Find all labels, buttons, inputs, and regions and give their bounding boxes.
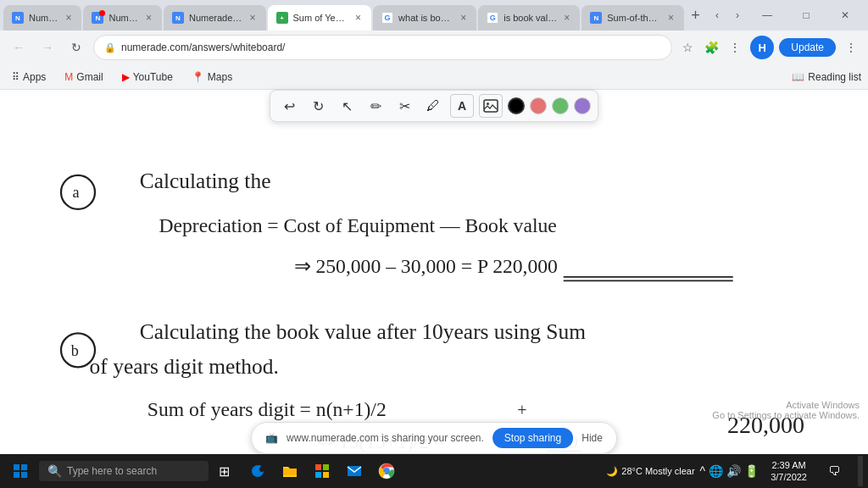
tab-label-5: what is book val... [398, 13, 453, 23]
extension-icon[interactable]: 🧩 [701, 37, 721, 58]
more-menu-icon[interactable]: ⋮ [841, 37, 861, 58]
tab-sum-years[interactable]: + Sum of Years Di... × [268, 5, 372, 30]
tab-control-back[interactable]: ‹ [707, 5, 727, 25]
bookmark-maps[interactable]: 📍 Maps [186, 69, 237, 85]
activate-windows: Activate Windows Go to Settings to activ… [712, 400, 860, 420]
tab-close-4[interactable]: × [353, 10, 363, 25]
undo-button[interactable]: ↩ [277, 94, 301, 118]
weather: 🌙 28°C Mostly clear [606, 466, 694, 477]
tools-button[interactable]: ✂ [392, 94, 416, 118]
tab-close-1[interactable]: × [64, 10, 73, 25]
tray-speaker-icon[interactable]: 🔊 [726, 464, 741, 478]
tab-numerade-white[interactable]: N Numerade Whit... × [164, 5, 266, 30]
show-desktop-button[interactable] [858, 456, 863, 486]
gmail-icon: M [64, 71, 73, 83]
tab-control-forward[interactable]: › [727, 5, 748, 25]
svg-rect-21 [14, 472, 19, 478]
tab-favicon-1: N [12, 12, 24, 24]
tab-label-6: is book value al... [504, 13, 557, 23]
back-button[interactable]: ← [7, 36, 31, 59]
marker-tool-button[interactable]: 🖊 [421, 94, 445, 118]
tab-favicon-3: N [172, 12, 184, 24]
reading-list-label: Reading list [808, 71, 861, 83]
pen-tool-button[interactable]: ✏ [364, 94, 387, 118]
tab-favicon-6: G [487, 12, 498, 24]
text-tool-button[interactable]: A [450, 94, 474, 118]
redo-button[interactable]: ↻ [306, 94, 330, 118]
minimize-button[interactable]: — [748, 0, 787, 30]
search-input[interactable] [67, 465, 186, 477]
browser-chrome: N Numerade × N Numerade × N Numerade Whi… [0, 0, 868, 90]
maximize-button[interactable]: □ [787, 0, 826, 30]
tab-label-4: Sum of Years Di... [293, 13, 349, 23]
taskbar-mail[interactable] [339, 456, 370, 486]
bookmark-youtube-label: YouTube [133, 71, 173, 83]
svg-rect-24 [323, 464, 329, 470]
settings-icon[interactable]: ⋮ [725, 37, 745, 58]
bookmark-youtube[interactable]: ▶ YouTube [117, 69, 178, 85]
bookmark-gmail[interactable]: M Gmail [59, 69, 108, 85]
profile-button[interactable]: H [750, 36, 774, 59]
color-green[interactable] [552, 97, 569, 114]
tray-arrow-icon[interactable]: ^ [700, 464, 706, 478]
taskbar-apps [242, 456, 402, 486]
tab-favicon-2: N [92, 12, 103, 24]
tab-numerade-1[interactable]: N Numerade × [3, 5, 81, 30]
search-icon: 🔍 [47, 464, 62, 478]
update-button[interactable]: Update [779, 38, 836, 57]
tab-numerade-2[interactable]: N Numerade × [83, 5, 161, 30]
svg-text:⇒ 250,000 – 30,000 = P 220,000: ⇒ 250,000 – 30,000 = P 220,000 [294, 255, 558, 277]
bookmark-apps[interactable]: ⠿ Apps [7, 69, 51, 85]
clock[interactable]: 2:39 AM 3/7/2022 [764, 459, 814, 484]
color-black[interactable] [508, 97, 525, 114]
svg-rect-25 [315, 472, 321, 478]
color-red[interactable] [530, 97, 547, 114]
tab-close-2[interactable]: × [144, 10, 153, 25]
image-tool-button[interactable] [479, 94, 503, 118]
tray-network-icon[interactable]: 🌐 [709, 464, 723, 478]
tab-sum-year-2[interactable]: N Sum-of-the-Yea... × [581, 5, 684, 30]
start-button[interactable] [5, 456, 36, 486]
close-button[interactable]: ✕ [826, 0, 865, 30]
window-controls: ‹ › — □ ✕ [707, 0, 865, 30]
tab-close-6[interactable]: × [562, 10, 571, 25]
forward-button[interactable]: → [36, 36, 59, 59]
tab-favicon-7: N [590, 12, 602, 24]
stop-sharing-button[interactable]: Stop sharing [492, 428, 573, 448]
bookmark-star-icon[interactable]: ☆ [677, 37, 698, 58]
bookmark-maps-label: Maps [208, 71, 232, 83]
color-purple[interactable] [574, 97, 591, 114]
hide-button[interactable]: Hide [581, 432, 603, 444]
tab-close-7[interactable]: × [666, 10, 676, 25]
taskbar-chrome[interactable] [371, 456, 402, 486]
url-bar[interactable]: 🔒 numerade.com/answers/whiteboard/ [93, 35, 672, 60]
tab-close-5[interactable]: × [459, 10, 468, 25]
taskbar-store[interactable] [307, 456, 337, 486]
refresh-button[interactable]: ↻ [64, 36, 88, 59]
weather-text: 28°C Mostly clear [621, 466, 694, 476]
taskbar-explorer[interactable] [275, 456, 305, 486]
tab-close-3[interactable]: × [248, 10, 258, 25]
tab-book-val-2[interactable]: G is book value al... × [478, 5, 580, 30]
tray-battery-icon[interactable]: 🔋 [744, 464, 759, 478]
task-view-button[interactable]: ⊞ [209, 456, 239, 486]
youtube-icon: ▶ [122, 71, 130, 83]
taskbar-search[interactable]: 🔍 [39, 461, 209, 481]
reading-list[interactable]: 📖 Reading list [792, 71, 861, 83]
svg-rect-22 [21, 472, 27, 478]
clock-time: 2:39 AM [771, 459, 807, 471]
bookmark-gmail-label: Gmail [76, 71, 103, 83]
svg-text:b: b [71, 342, 79, 359]
select-tool-button[interactable]: ↖ [335, 94, 359, 118]
notification-button[interactable]: 🗨 [819, 456, 849, 486]
svg-text:of years digit method.: of years digit method. [90, 354, 279, 379]
tab-label-1: Numerade [29, 13, 58, 23]
svg-rect-26 [323, 472, 329, 478]
tab-label-7: Sum-of-the-Yea... [607, 13, 661, 23]
svg-rect-0 [484, 100, 498, 112]
taskbar-edge[interactable] [242, 456, 273, 486]
new-tab-button[interactable]: + [686, 3, 705, 27]
svg-text:Calculating the: Calculating the [140, 169, 271, 193]
tab-book-val-1[interactable]: G what is book val... × [373, 5, 476, 30]
address-bar: ← → ↻ 🔒 numerade.com/answers/whiteboard/… [0, 30, 868, 64]
